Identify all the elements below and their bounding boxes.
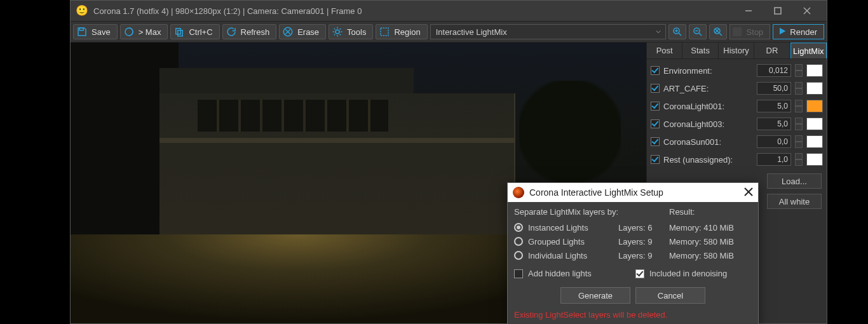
light-intensity-input[interactable] bbox=[757, 118, 791, 130]
refresh-label: Refresh bbox=[240, 27, 276, 37]
copy-label: Ctrl+C bbox=[187, 27, 219, 37]
lightmix-dropdown-label: Interactive LightMix bbox=[436, 27, 507, 37]
erase-button[interactable]: Erase bbox=[279, 24, 326, 39]
light-color-swatch[interactable] bbox=[806, 82, 823, 95]
gear-icon bbox=[329, 26, 346, 37]
erase-icon bbox=[280, 26, 296, 37]
option-row: Instanced Lights Layers: 6 Memory: 410 M… bbox=[514, 220, 752, 234]
light-name: Environment: bbox=[663, 66, 753, 76]
to-max-button[interactable]: > Max bbox=[120, 24, 168, 39]
all-white-button[interactable]: All white bbox=[767, 194, 822, 209]
result-heading: Result: bbox=[669, 207, 752, 217]
option-memory: Memory: 580 MiB bbox=[669, 237, 752, 246]
app-icon: 🙂 bbox=[76, 4, 88, 17]
maximize-button[interactable] bbox=[763, 1, 792, 21]
light-intensity-input[interactable] bbox=[757, 135, 791, 148]
option-radio[interactable] bbox=[514, 223, 523, 232]
save-button[interactable]: Save bbox=[73, 24, 118, 39]
add-hidden-label: Add hidden lights bbox=[528, 269, 592, 278]
light-row: CoronaSun001: bbox=[651, 133, 823, 151]
spinner-buttons[interactable] bbox=[795, 82, 803, 95]
svg-marker-24 bbox=[780, 27, 785, 34]
tab-stats[interactable]: Stats bbox=[682, 43, 718, 58]
light-name: CoronaLight001: bbox=[663, 102, 753, 111]
load-button[interactable]: Load... bbox=[767, 173, 822, 189]
light-intensity-input[interactable] bbox=[757, 153, 791, 166]
zoom-fit-button[interactable] bbox=[709, 24, 727, 39]
warning-text: Existing LightSelect layers will be dele… bbox=[514, 310, 752, 320]
light-color-swatch[interactable] bbox=[806, 100, 823, 112]
light-checkbox[interactable] bbox=[651, 137, 660, 146]
spinner-buttons[interactable] bbox=[795, 64, 803, 77]
denoise-checkbox[interactable] bbox=[635, 269, 644, 278]
zoom-in-button[interactable] bbox=[668, 24, 686, 39]
svg-line-14 bbox=[679, 33, 681, 36]
option-layers: Layers: 9 bbox=[618, 237, 664, 246]
light-intensity-input[interactable] bbox=[757, 100, 791, 112]
lightmix-dropdown[interactable]: Interactive LightMix bbox=[430, 24, 666, 39]
light-row: CoronaLight003: bbox=[651, 115, 823, 133]
cancel-button[interactable]: Cancel bbox=[635, 287, 705, 304]
spinner-buttons[interactable] bbox=[795, 118, 803, 130]
dialog-close-button[interactable] bbox=[744, 187, 753, 198]
option-radio[interactable] bbox=[514, 251, 523, 260]
light-color-swatch[interactable] bbox=[806, 135, 823, 148]
copy-icon bbox=[171, 26, 187, 37]
light-color-swatch[interactable] bbox=[806, 118, 823, 130]
light-checkbox[interactable] bbox=[651, 84, 660, 93]
light-checkbox[interactable] bbox=[651, 155, 660, 164]
toolbar: Save > Max Ctrl+C Refresh Erase Tools Re… bbox=[71, 21, 827, 43]
spinner-buttons[interactable] bbox=[795, 135, 803, 148]
light-color-swatch[interactable] bbox=[806, 153, 823, 166]
light-name: CoronaLight003: bbox=[663, 119, 753, 129]
zoom-out-button[interactable] bbox=[689, 24, 707, 39]
tools-button[interactable]: Tools bbox=[329, 24, 373, 39]
tab-post[interactable]: Post bbox=[647, 43, 682, 58]
light-name: CoronaSun001: bbox=[663, 137, 753, 147]
option-radio[interactable] bbox=[514, 237, 523, 246]
svg-point-11 bbox=[336, 30, 339, 34]
light-checkbox[interactable] bbox=[651, 119, 660, 128]
erase-label: Erase bbox=[296, 27, 325, 37]
title-text: Corona 1.7 (hotfix 4) | 980×1280px (1:2)… bbox=[93, 6, 734, 16]
tab-dr[interactable]: DR bbox=[754, 43, 790, 58]
stop-icon bbox=[733, 27, 742, 36]
option-memory: Memory: 580 MiB bbox=[669, 251, 752, 260]
light-checkbox[interactable] bbox=[651, 102, 660, 111]
region-button[interactable]: Region bbox=[376, 24, 427, 39]
light-checkbox[interactable] bbox=[651, 66, 660, 75]
chevron-down-icon bbox=[655, 27, 661, 37]
refresh-icon bbox=[223, 26, 240, 37]
light-row: Rest (unassigned): bbox=[651, 151, 823, 168]
option-layers: Layers: 6 bbox=[618, 223, 664, 233]
zoom-out-icon bbox=[689, 26, 706, 37]
spinner-buttons[interactable] bbox=[795, 100, 803, 112]
render-button[interactable]: Render bbox=[773, 24, 824, 39]
light-intensity-input[interactable] bbox=[757, 64, 791, 77]
corona-icon bbox=[513, 187, 524, 198]
dialog-titlebar[interactable]: Corona Interactive LightMix Setup bbox=[508, 183, 758, 202]
light-color-swatch[interactable] bbox=[806, 64, 823, 77]
lightmix-setup-dialog: Corona Interactive LightMix Setup Separa… bbox=[507, 182, 759, 324]
minimize-button[interactable] bbox=[734, 1, 763, 21]
spinner-buttons[interactable] bbox=[795, 153, 803, 166]
light-intensity-input[interactable] bbox=[757, 82, 791, 95]
tab-history[interactable]: History bbox=[719, 43, 754, 58]
spiral-icon bbox=[121, 26, 137, 37]
tab-lightmix[interactable]: LightMix bbox=[790, 43, 827, 58]
light-row: CoronaLight001: bbox=[651, 97, 823, 115]
region-icon bbox=[376, 26, 393, 37]
zoom-fit-icon bbox=[710, 26, 726, 37]
stop-button[interactable]: Stop bbox=[729, 24, 771, 39]
option-name: Individual Lights bbox=[528, 251, 613, 260]
zoom-in-icon bbox=[669, 26, 686, 37]
close-button[interactable] bbox=[792, 1, 822, 21]
light-name: Rest (unassigned): bbox=[663, 155, 753, 165]
light-row: ART_CAFE: bbox=[651, 79, 823, 97]
add-hidden-checkbox[interactable] bbox=[514, 269, 523, 278]
svg-rect-12 bbox=[381, 28, 388, 36]
refresh-button[interactable]: Refresh bbox=[222, 24, 277, 39]
copy-button[interactable]: Ctrl+C bbox=[170, 24, 219, 39]
generate-button[interactable]: Generate bbox=[560, 287, 630, 304]
svg-rect-1 bbox=[775, 8, 781, 14]
